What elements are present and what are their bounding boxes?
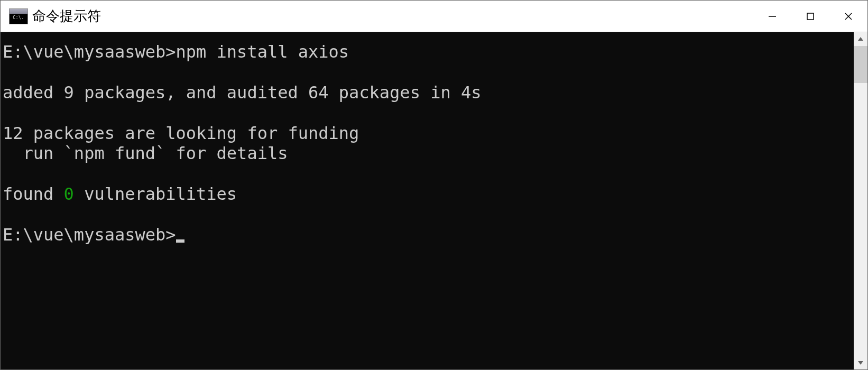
terminal-output[interactable]: E:\vue\mysaasweb>npm install axios added… — [1, 32, 854, 369]
cursor — [176, 239, 184, 243]
terminal-area: E:\vue\mysaasweb>npm install axios added… — [1, 32, 867, 369]
svg-marker-4 — [858, 37, 863, 41]
vuln-prefix: found — [3, 184, 64, 204]
cmd-icon: C:\. — [9, 8, 28, 24]
vuln-count: 0 — [64, 184, 74, 204]
close-button[interactable] — [829, 1, 867, 32]
vertical-scrollbar[interactable] — [854, 32, 867, 369]
command-1: npm install axios — [176, 42, 349, 62]
cmd-icon-label: C:\. — [13, 16, 24, 20]
scrollbar-thumb[interactable] — [854, 46, 867, 83]
scroll-down-button[interactable] — [854, 356, 867, 369]
prompt-2: E:\vue\mysaasweb> — [3, 225, 176, 245]
prompt-line-1: E:\vue\mysaasweb>npm install axios — [3, 42, 349, 62]
scroll-up-button[interactable] — [854, 32, 867, 46]
output-funding-1: 12 packages are looking for funding — [3, 123, 359, 143]
output-funding-2: run `npm fund` for details — [3, 143, 288, 163]
scrollbar-track[interactable] — [854, 46, 867, 356]
minimize-button[interactable] — [753, 1, 791, 32]
vuln-suffix: vulnerabilities — [74, 184, 237, 204]
prompt-line-2: E:\vue\mysaasweb> — [3, 225, 184, 245]
output-added: added 9 packages, and audited 64 package… — [3, 82, 481, 103]
output-vuln-line: found 0 vulnerabilities — [3, 184, 237, 204]
svg-marker-5 — [858, 361, 863, 365]
prompt-1: E:\vue\mysaasweb> — [3, 42, 176, 62]
svg-rect-1 — [807, 13, 814, 20]
window-titlebar: C:\. 命令提示符 — [1, 1, 867, 32]
maximize-button[interactable] — [791, 1, 829, 32]
titlebar-left: C:\. 命令提示符 — [1, 7, 101, 25]
window-title: 命令提示符 — [32, 7, 101, 25]
window-controls — [753, 1, 867, 32]
